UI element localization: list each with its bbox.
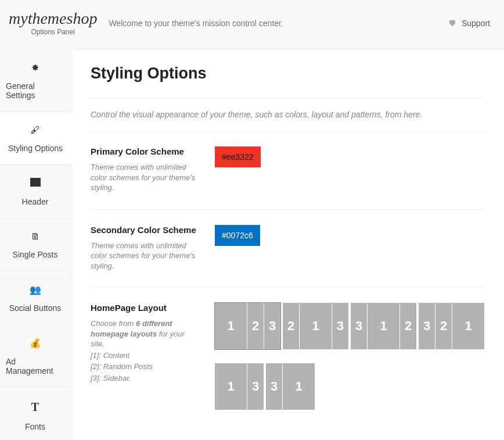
layout-title: HomePage Layout <box>91 303 199 313</box>
support-link[interactable]: Support <box>448 18 490 29</box>
sidebar-item-label: Single Posts <box>13 250 58 259</box>
layout-slot: 1 <box>368 303 399 349</box>
heart-icon <box>448 18 457 29</box>
support-label: Support <box>462 19 490 28</box>
sidebar-item-fonts[interactable]: TFonts <box>0 388 70 440</box>
layout-variant-5[interactable]: 13 <box>215 363 264 410</box>
primary-color-title: Primary Color Scheme <box>91 146 199 156</box>
header-icon <box>30 178 41 189</box>
primary-color-swatch[interactable]: #ee3322 <box>215 146 261 167</box>
welcome-text: Welcome to your theme's mission control … <box>109 19 448 28</box>
main-content: Styling Options Control the visual appea… <box>71 49 504 440</box>
layout-variants: 1232133123211331 <box>215 303 484 410</box>
layout-slot: 2 <box>283 303 299 349</box>
sidebar-item-single-posts[interactable]: 🗎Single Posts <box>0 219 70 271</box>
users-icon: 👥 <box>30 284 41 295</box>
layout-variant-2[interactable]: 213 <box>283 303 348 349</box>
sidebar-item-label: Header <box>22 197 49 206</box>
option-primary-color: Primary Color Scheme Theme comes with un… <box>91 131 484 209</box>
gear-icon: ✸ <box>31 62 39 73</box>
header-bar: mythemeshop Options Panel Welcome to you… <box>0 0 504 49</box>
layout-slot: 1 <box>283 363 315 410</box>
layout-slot: 3 <box>332 303 348 349</box>
option-homepage-layout: HomePage Layout Choose from 6 different … <box>91 287 484 426</box>
logo-text: mythemeshop <box>9 10 97 27</box>
sidebar-item-general-settings[interactable]: ✸General Settings <box>0 49 70 112</box>
secondary-color-swatch[interactable]: #0072c6 <box>215 225 260 246</box>
layout-variant-4[interactable]: 321 <box>419 303 484 349</box>
logo-subtitle: Options Panel <box>31 28 75 36</box>
layout-slot: 3 <box>419 303 435 349</box>
layout-slot: 1 <box>215 363 247 410</box>
sidebar-item-label: Fonts <box>25 422 45 431</box>
sidebar-item-header[interactable]: Header <box>0 165 70 219</box>
primary-color-desc: Theme comes with unlimited color schemes… <box>91 162 199 193</box>
page-title: Styling Options <box>91 65 484 83</box>
layout-slot: 1 <box>215 303 247 349</box>
sidebar-nav: ✸General Settings🖋Styling OptionsHeader🗎… <box>0 49 71 440</box>
layout-variant-6[interactable]: 31 <box>266 363 315 410</box>
layout-slot: 2 <box>400 303 416 349</box>
layout-variant-1[interactable]: 123 <box>215 303 280 349</box>
page-intro: Control the visual appearance of your th… <box>91 98 484 131</box>
sidebar-item-ad-management[interactable]: 💰Ad Management <box>0 325 70 388</box>
layout-slot: 3 <box>351 303 367 349</box>
secondary-color-desc: Theme comes with unlimited color schemes… <box>91 241 199 271</box>
money-bag-icon: 💰 <box>30 338 41 349</box>
font-icon: T <box>31 400 39 414</box>
secondary-color-title: Secondary Color Scheme <box>91 225 199 235</box>
layout-slot: 3 <box>247 363 264 410</box>
layout-variant-3[interactable]: 312 <box>351 303 416 349</box>
layout-desc: Choose from 6 different homepage layouts… <box>91 319 199 383</box>
logo-block: mythemeshop Options Panel <box>9 10 97 36</box>
layout-slot: 2 <box>435 303 452 349</box>
sidebar-item-label: Styling Options <box>8 144 63 153</box>
document-icon: 🗎 <box>31 231 40 242</box>
layout-slot: 3 <box>264 303 280 349</box>
sidebar-item-styling-options[interactable]: 🖋Styling Options <box>0 112 71 165</box>
sidebar-item-label: General Settings <box>6 81 64 100</box>
brush-icon: 🖋 <box>31 125 40 135</box>
layout-slot: 3 <box>266 363 282 410</box>
layout-slot: 1 <box>452 303 484 349</box>
sidebar-item-label: Ad Management <box>6 357 64 375</box>
option-secondary-color: Secondary Color Scheme Theme comes with … <box>91 209 484 288</box>
sidebar-item-label: Social Buttons <box>9 303 62 313</box>
sidebar-item-social-buttons[interactable]: 👥Social Buttons <box>0 271 70 325</box>
layout-slot: 1 <box>300 303 332 349</box>
layout-slot: 2 <box>247 303 264 349</box>
